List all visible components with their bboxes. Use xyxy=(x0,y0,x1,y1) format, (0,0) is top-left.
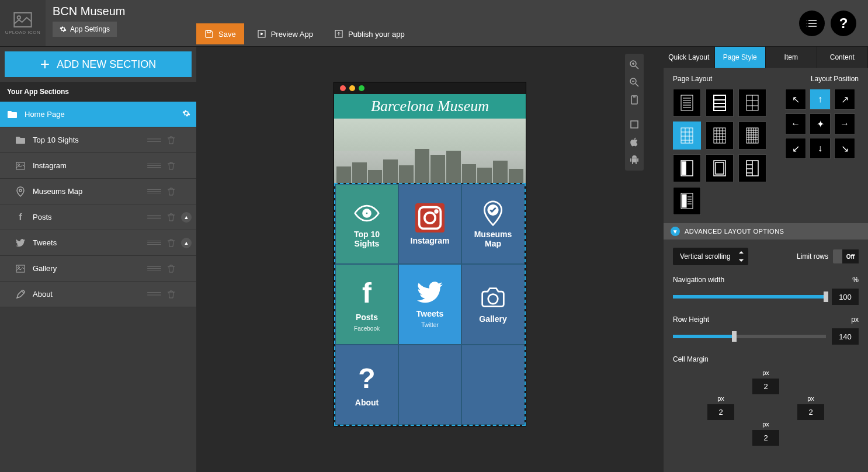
pos-top-right[interactable]: ↗ xyxy=(834,89,855,110)
upload-icon-button[interactable]: UPLOAD ICON xyxy=(0,0,46,46)
gear-icon[interactable] xyxy=(182,109,190,119)
pos-right[interactable]: → xyxy=(834,113,855,134)
tab-content[interactable]: Content xyxy=(817,47,869,68)
trash-icon[interactable] xyxy=(167,238,175,248)
layout-mixed[interactable] xyxy=(673,187,701,215)
svg-point-9 xyxy=(18,266,20,268)
ios-button[interactable] xyxy=(625,133,644,151)
trash-icon[interactable] xyxy=(167,187,175,196)
row-height-slider[interactable] xyxy=(673,335,826,338)
trash-icon[interactable] xyxy=(167,213,175,222)
sidebar-item-museums-map[interactable]: Museums Map xyxy=(0,179,196,204)
pos-left[interactable]: ← xyxy=(785,113,806,134)
sidebar-item-gallery[interactable]: Gallery xyxy=(0,256,196,282)
row-height-value[interactable]: 140 xyxy=(832,328,859,345)
pin-icon xyxy=(15,186,26,197)
question-icon: ? xyxy=(839,15,848,32)
add-section-button[interactable]: + ADD NEW SECTION xyxy=(5,51,192,77)
list-button[interactable] xyxy=(799,11,825,36)
collapse-icon[interactable]: ▲ xyxy=(181,212,192,223)
svg-point-6 xyxy=(18,164,20,165)
trash-icon[interactable] xyxy=(167,136,175,145)
sidebar-item-instagram[interactable]: Instagram xyxy=(0,153,196,179)
pos-bottom-left[interactable]: ↙ xyxy=(785,138,806,159)
rotate-button[interactable] xyxy=(625,91,644,109)
zoom-out-button[interactable] xyxy=(625,74,644,91)
trash-icon[interactable] xyxy=(167,264,175,273)
trash-icon[interactable] xyxy=(167,290,175,299)
preview-app-button[interactable]: Preview App xyxy=(249,23,321,44)
layout-grid-dense[interactable] xyxy=(738,122,766,150)
layout-split[interactable] xyxy=(738,154,766,182)
tile-posts[interactable]: f Posts Facebook xyxy=(335,264,398,344)
save-button[interactable]: Save xyxy=(196,23,244,44)
facebook-icon: f xyxy=(15,212,26,223)
layout-position-label: Layout Position xyxy=(811,75,859,83)
tile-about[interactable]: ? About xyxy=(335,345,398,425)
tile-tweets[interactable]: Tweets Twitter xyxy=(398,264,461,344)
zoom-in-button[interactable] xyxy=(625,56,644,74)
tile-empty xyxy=(461,345,525,425)
svg-rect-28 xyxy=(682,162,686,175)
tile-museums-map[interactable]: Museums Map xyxy=(461,184,525,264)
drag-handle[interactable] xyxy=(147,188,161,196)
drag-handle[interactable] xyxy=(147,239,161,247)
svg-point-11 xyxy=(365,211,369,215)
margin-top[interactable]: 2 xyxy=(752,379,779,394)
facebook-icon: f xyxy=(362,277,371,309)
pos-top[interactable]: ↑ xyxy=(810,89,831,110)
layout-grid-4x5[interactable] xyxy=(706,122,734,150)
sidebar-item-home-page[interactable]: Home Page xyxy=(0,102,196,127)
sidebar-item-about[interactable]: About xyxy=(0,282,196,307)
svg-rect-24 xyxy=(681,128,693,143)
margin-right[interactable]: 2 xyxy=(797,404,824,420)
nav-width-value[interactable]: 100 xyxy=(832,289,859,305)
limit-rows-toggle[interactable]: Off xyxy=(833,249,859,263)
app-title: BCN Museum xyxy=(53,5,125,18)
twitter-icon xyxy=(15,239,26,247)
layout-rows[interactable] xyxy=(706,89,734,117)
sidebar-item-top-10-sights[interactable]: Top 10 Sights xyxy=(0,127,196,153)
pos-center[interactable]: ✦ xyxy=(810,113,831,134)
margin-bottom[interactable]: 2 xyxy=(752,430,779,446)
preview-grid[interactable]: Top 10 Sights Instagram Museums Map f Po… xyxy=(334,183,526,426)
pos-top-left[interactable]: ↖ xyxy=(785,89,806,110)
layout-sidebar[interactable] xyxy=(673,154,701,182)
preview-icon xyxy=(257,29,266,39)
android-button[interactable] xyxy=(625,151,644,168)
margin-left[interactable]: 2 xyxy=(707,404,734,420)
layout-grid-3x4[interactable] xyxy=(673,122,701,150)
device-frame-button[interactable] xyxy=(625,116,644,133)
pos-bottom-right[interactable]: ↘ xyxy=(834,138,855,159)
pin-check-icon xyxy=(480,200,506,226)
tile-instagram[interactable]: Instagram xyxy=(398,184,461,264)
drag-handle[interactable] xyxy=(147,162,161,170)
help-button[interactable]: ? xyxy=(831,11,856,36)
tab-page-style[interactable]: Page Style xyxy=(715,47,766,68)
drag-handle[interactable] xyxy=(147,290,161,299)
tab-item[interactable]: Item xyxy=(766,47,817,68)
twitter-icon xyxy=(417,280,443,306)
pen-icon xyxy=(15,290,26,299)
pos-bottom[interactable]: ↓ xyxy=(810,138,831,159)
collapse-icon[interactable]: ▲ xyxy=(181,238,192,248)
layout-card[interactable] xyxy=(706,154,734,182)
scrolling-select[interactable]: Vertical scrolling xyxy=(673,248,748,265)
drag-handle[interactable] xyxy=(147,136,161,144)
advanced-options-header[interactable]: ▼ ADVANCED LAYOUT OPTIONS xyxy=(664,223,868,240)
tile-top-10-sights[interactable]: Top 10 Sights xyxy=(335,184,398,264)
question-icon: ? xyxy=(358,362,375,394)
app-settings-button[interactable]: App Settings xyxy=(53,22,117,37)
drag-handle[interactable] xyxy=(147,265,161,273)
tab-quick-layout[interactable]: Quick Layout xyxy=(664,47,715,68)
trash-icon[interactable] xyxy=(167,161,175,171)
drag-handle[interactable] xyxy=(147,213,161,221)
sidebar-item-tweets[interactable]: Tweets ▲ xyxy=(0,230,196,256)
publish-app-button[interactable]: Publish your app xyxy=(326,23,413,44)
tile-empty xyxy=(398,345,461,425)
layout-list[interactable] xyxy=(673,89,701,117)
layout-grid-2x3[interactable] xyxy=(738,89,766,117)
nav-width-slider[interactable] xyxy=(673,295,826,299)
sidebar-item-posts[interactable]: f Posts ▲ xyxy=(0,204,196,230)
tile-gallery[interactable]: Gallery xyxy=(461,264,525,344)
